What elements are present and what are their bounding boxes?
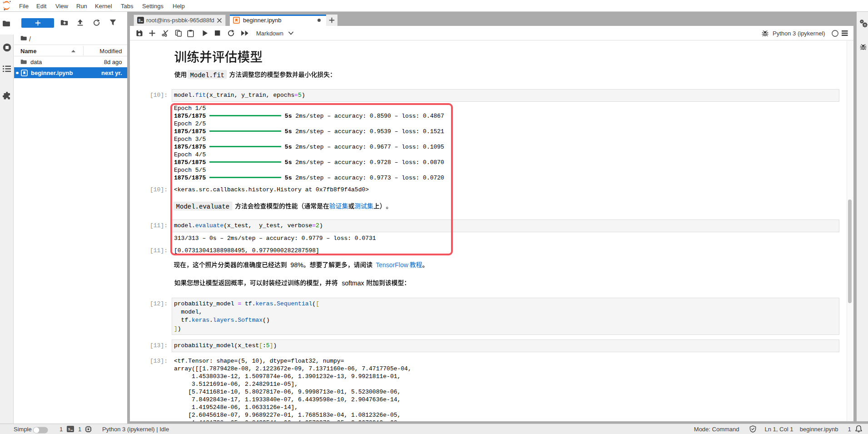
svg-text:TensorFlow: TensorFlow	[376, 261, 408, 269]
svg-text:$: $	[139, 19, 141, 23]
svg-text:$: $	[68, 427, 70, 431]
svg-text:98%: 98%	[291, 261, 303, 269]
svg-text:softmax: softmax	[342, 279, 364, 287]
svg-text:Model.fit: Model.fit	[190, 72, 225, 79]
